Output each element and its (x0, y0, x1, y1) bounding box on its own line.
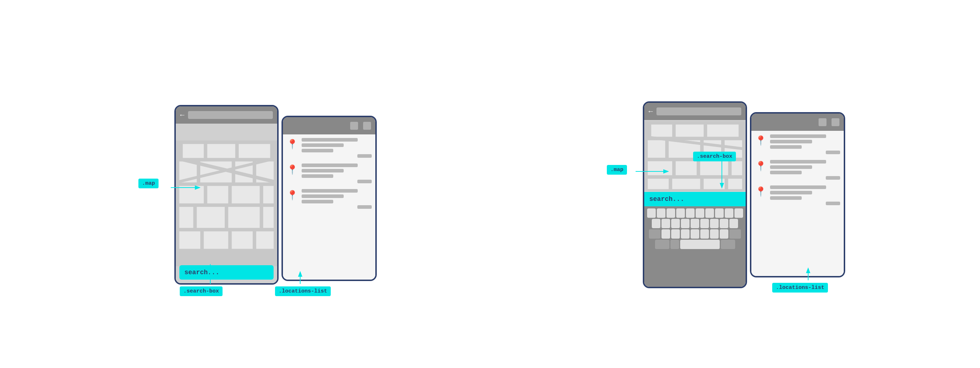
window-icon-2-right (832, 118, 840, 126)
key[interactable] (647, 208, 656, 218)
search-box-annotation-left: .search-box (180, 286, 223, 296)
search-box-left[interactable]: search... (180, 265, 274, 279)
list-line (302, 174, 333, 178)
svg-rect-14 (263, 186, 274, 203)
svg-rect-11 (180, 186, 204, 203)
list-phone-left: 📍 📍 (282, 116, 377, 281)
key[interactable] (700, 219, 709, 228)
list-item-lines-2-right (770, 160, 840, 180)
map-area-left: search... (176, 124, 277, 283)
key[interactable] (715, 208, 724, 218)
svg-rect-38 (700, 161, 729, 175)
svg-rect-20 (204, 232, 228, 249)
group-right: .map .search-box ← (603, 80, 845, 288)
list-line (770, 160, 826, 163)
locations-list-annotation-left: .locations-list (275, 286, 331, 296)
window-icon-2-left (363, 122, 371, 130)
list-item-lines-1-left (302, 138, 372, 158)
key[interactable] (676, 208, 685, 218)
list-line (302, 138, 358, 141)
map-label-right: .map (607, 165, 627, 174)
list-item: 📍 (755, 135, 840, 154)
key[interactable] (700, 229, 709, 239)
svg-rect-17 (228, 207, 260, 228)
map-phone-right: ← (643, 102, 747, 288)
pin-icon-2-right: 📍 (755, 161, 767, 172)
list-line (302, 163, 358, 167)
key[interactable] (696, 208, 704, 218)
canvas: .map ← (0, 0, 980, 368)
list-item-lines-3-right (770, 186, 840, 205)
pin-icon-3-left: 📍 (286, 190, 298, 201)
key[interactable] (686, 208, 695, 218)
list-item-lines-1-right (770, 135, 840, 154)
top-bar-right: ← (644, 103, 746, 120)
key[interactable] (705, 208, 714, 218)
list-line (302, 149, 333, 152)
space-key[interactable] (680, 240, 720, 249)
search-box-annotation-right: .search-box (693, 152, 736, 161)
svg-rect-37 (676, 161, 697, 175)
title-bar-rect-left (188, 111, 273, 119)
svg-rect-42 (703, 179, 724, 189)
map-label-left: .map (138, 179, 159, 188)
key[interactable] (690, 229, 699, 239)
map-phone-left: ← (174, 105, 278, 285)
svg-rect-4 (183, 144, 204, 158)
svg-rect-41 (672, 179, 700, 189)
key[interactable] (720, 229, 729, 239)
search-box-right[interactable]: search... (644, 192, 746, 206)
map-streets-left (176, 124, 277, 283)
back-arrow-left: ← (180, 111, 185, 119)
svg-rect-39 (732, 161, 742, 175)
svg-rect-32 (648, 140, 665, 158)
list-line (770, 186, 826, 189)
svg-rect-36 (648, 161, 672, 175)
emoji-key[interactable] (670, 240, 679, 249)
list-line (302, 169, 344, 173)
key[interactable] (681, 219, 689, 228)
key[interactable] (710, 219, 719, 228)
list-line (770, 140, 812, 143)
keyboard-row-3 (646, 229, 744, 239)
list-item: 📍 (286, 163, 372, 183)
list-line (770, 165, 812, 169)
list-line (302, 200, 333, 203)
key[interactable] (735, 208, 743, 218)
key[interactable] (681, 229, 689, 239)
list-line (770, 135, 826, 138)
key[interactable] (729, 219, 738, 228)
key[interactable] (667, 208, 675, 218)
key[interactable] (690, 219, 699, 228)
key[interactable] (671, 219, 680, 228)
key[interactable] (671, 229, 680, 239)
svg-rect-19 (180, 232, 200, 249)
pin-icon-3-right: 📍 (755, 186, 767, 198)
shift-key[interactable] (649, 229, 660, 239)
key[interactable] (725, 208, 733, 218)
delete-key[interactable] (729, 229, 741, 239)
svg-rect-16 (197, 207, 225, 228)
key[interactable] (710, 229, 719, 239)
svg-rect-21 (232, 232, 253, 249)
keyboard-row-2 (646, 219, 744, 228)
list-item: 📍 (755, 160, 840, 180)
key[interactable] (662, 219, 670, 228)
list-item: 📍 (755, 186, 840, 205)
pin-icon-1-left: 📍 (286, 139, 298, 150)
numbers-key[interactable] (655, 240, 670, 249)
key[interactable] (652, 219, 660, 228)
key[interactable] (720, 219, 729, 228)
return-key[interactable] (721, 240, 735, 249)
svg-rect-18 (263, 207, 274, 228)
list-line (302, 143, 344, 147)
pin-icon-1-right: 📍 (755, 135, 767, 147)
key[interactable] (662, 229, 670, 239)
window-icon-1-right (819, 118, 826, 126)
locations-list-annotation-right: .locations-list (772, 283, 828, 292)
keyboard-right (644, 206, 746, 287)
list-line (770, 191, 812, 194)
svg-rect-30 (676, 124, 704, 136)
svg-rect-13 (232, 186, 260, 203)
key[interactable] (657, 208, 665, 218)
